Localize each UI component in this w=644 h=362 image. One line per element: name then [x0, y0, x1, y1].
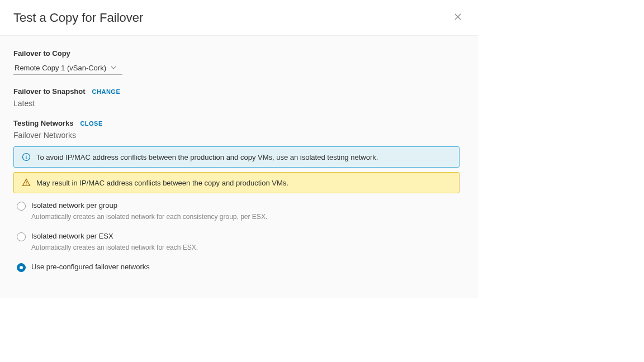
- failover-copy-value: Remote Copy 1 (vSan-Cork): [15, 64, 106, 72]
- radio-indicator: [17, 232, 26, 241]
- close-button[interactable]: [451, 10, 465, 25]
- radio-indicator: [17, 263, 26, 272]
- radio-text: Isolated network per ESX Automatically c…: [31, 232, 198, 258]
- warning-alert: May result in IP/MAC address conflicts b…: [13, 172, 460, 193]
- failover-snapshot-label: Failover to Snapshot: [13, 87, 86, 96]
- failover-snapshot-value: Latest: [13, 99, 465, 108]
- radio-preconfigured[interactable]: Use pre-configured failover networks: [17, 263, 465, 272]
- svg-point-4: [26, 155, 26, 155]
- radio-label: Isolated network per ESX: [31, 232, 198, 240]
- radio-desc: Automatically creates an isolated networ…: [31, 213, 267, 221]
- failover-copy-select[interactable]: Remote Copy 1 (vSan-Cork): [13, 61, 122, 75]
- radio-isolated-per-esx[interactable]: Isolated network per ESX Automatically c…: [17, 232, 465, 258]
- modal-title: Test a Copy for Failover: [13, 11, 143, 25]
- radio-text: Use pre-configured failover networks: [31, 263, 150, 271]
- close-icon: [453, 12, 462, 23]
- overflow-spacer: [13, 272, 465, 298]
- radio-indicator: [17, 202, 26, 211]
- info-alert: To avoid IP/MAC address conflicts betwee…: [13, 146, 460, 168]
- modal-body-wrapper: Failover to Copy Remote Copy 1 (vSan-Cor…: [0, 35, 478, 298]
- radio-label: Use pre-configured failover networks: [31, 263, 150, 271]
- svg-point-7: [26, 184, 26, 185]
- radio-text: Isolated network per group Automatically…: [31, 201, 267, 227]
- radio-isolated-per-group[interactable]: Isolated network per group Automatically…: [17, 201, 465, 227]
- close-networks-button[interactable]: Close: [80, 120, 102, 127]
- modal-test-copy-failover: Test a Copy for Failover Failover to Cop…: [0, 0, 478, 298]
- chevron-down-icon: [111, 63, 116, 72]
- info-alert-text: To avoid IP/MAC address conflicts betwee…: [36, 153, 378, 161]
- testing-networks-label: Testing Networks: [13, 119, 73, 127]
- modal-body[interactable]: Failover to Copy Remote Copy 1 (vSan-Cor…: [0, 36, 478, 298]
- modal-header: Test a Copy for Failover: [0, 0, 478, 35]
- failover-snapshot-header: Failover to Snapshot Change: [13, 87, 465, 96]
- warning-icon: [22, 178, 31, 187]
- network-radio-group: Isolated network per group Automatically…: [13, 201, 465, 272]
- failover-networks-subheading: Failover Networks: [13, 131, 465, 140]
- warning-alert-text: May result in IP/MAC address conflicts b…: [36, 179, 288, 187]
- change-snapshot-button[interactable]: Change: [92, 88, 121, 95]
- failover-copy-label: Failover to Copy: [13, 49, 465, 58]
- testing-networks-header: Testing Networks Close: [13, 119, 465, 127]
- info-icon: [22, 153, 31, 161]
- radio-desc: Automatically creates an isolated networ…: [31, 244, 198, 251]
- radio-label: Isolated network per group: [31, 201, 267, 209]
